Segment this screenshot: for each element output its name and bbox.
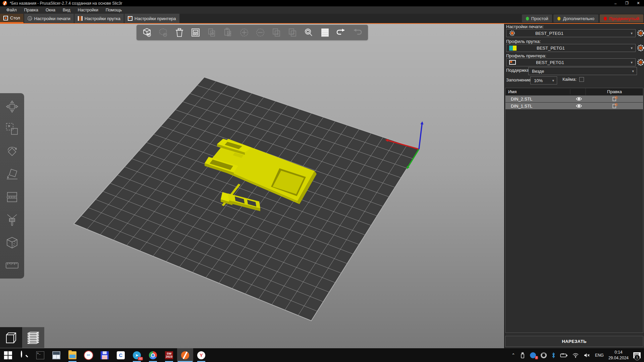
mode-advanced-button[interactable]: Дополнительно xyxy=(553,14,598,22)
eye-icon[interactable] xyxy=(576,97,582,101)
slice-button[interactable]: НАРЕЗАТЬ xyxy=(505,336,643,347)
tab-filament-settings[interactable]: Настройки прутка xyxy=(74,14,124,23)
menu-edit[interactable]: Правка xyxy=(20,6,42,14)
seam-painting-button[interactable] xyxy=(4,235,20,250)
split-objects-button[interactable]: O xyxy=(270,26,283,39)
notifications-button[interactable]: 1 xyxy=(633,352,641,358)
support-label: Поддержка: xyxy=(506,68,530,73)
menu-help[interactable]: Помощь xyxy=(102,6,125,14)
remove-instance-button[interactable] xyxy=(254,26,267,39)
viewport-3d[interactable]: O P xyxy=(0,24,504,348)
minimize-button[interactable]: – xyxy=(610,0,621,6)
filament-combo[interactable]: BEST_PETG1 ▾ xyxy=(506,44,636,52)
object-row[interactable]: DIN_2.STL xyxy=(505,96,643,102)
titlebar: *Без названия - PrusaSlicer-2.7.4 создан… xyxy=(0,0,644,6)
editor-view-button[interactable] xyxy=(0,327,22,348)
svg-text:P: P xyxy=(292,32,294,36)
support-combo[interactable]: Везде ▾ xyxy=(528,67,637,75)
taskbar-calculator-button[interactable] xyxy=(48,348,64,362)
object-row[interactable]: DIN_1.STL xyxy=(505,103,643,109)
wifi-icon[interactable] xyxy=(572,353,579,358)
tray-app-badge[interactable]: 2 xyxy=(530,352,536,358)
taskbar-compass-button[interactable]: C xyxy=(113,348,129,362)
tray-chevron-up[interactable]: ⌃ xyxy=(512,353,515,358)
add-instance-button[interactable] xyxy=(237,26,251,39)
taskbar-telegram-button[interactable]: ➤.52 xyxy=(129,348,145,362)
cmd-icon: >_ xyxy=(36,351,44,359)
brim-checkbox[interactable] xyxy=(579,77,584,82)
printer-profile-icon xyxy=(509,60,516,65)
notification-icon: 1 xyxy=(633,352,641,358)
printer-combo[interactable]: BEST_PETG1 ▾ xyxy=(506,58,636,66)
cut-button[interactable] xyxy=(4,189,20,205)
redo-button[interactable] xyxy=(351,26,364,39)
bluetooth-icon[interactable] xyxy=(551,352,555,358)
restore-button[interactable]: ❐ xyxy=(621,0,633,6)
infill-combo[interactable]: 10% ▾ xyxy=(530,76,557,84)
object-name[interactable]: DIN_1.STL xyxy=(505,104,571,109)
split-parts-button[interactable]: P xyxy=(286,26,299,39)
language-indicator[interactable]: ENG xyxy=(595,353,604,358)
place-on-face-button[interactable] xyxy=(4,167,20,182)
add-button[interactable] xyxy=(141,26,154,39)
tab-print-settings[interactable]: Настройки печати xyxy=(24,14,74,23)
edit-icon[interactable] xyxy=(612,103,618,109)
taskbar-cmd-button[interactable]: >_ xyxy=(32,348,48,362)
column-edit[interactable]: Правка xyxy=(586,89,643,94)
printer-gear-button[interactable] xyxy=(637,59,644,66)
mode-expert-button[interactable]: Продвинутый xyxy=(600,14,643,22)
eye-icon[interactable] xyxy=(576,104,582,108)
taskbar-chrome-button[interactable] xyxy=(145,348,161,362)
print-settings-combo[interactable]: BEST_PTEG1 ▾ xyxy=(506,29,636,37)
layer-height-button[interactable] xyxy=(318,26,332,39)
arrange-button[interactable] xyxy=(189,26,202,39)
object-name[interactable]: DIN_2.STL xyxy=(505,97,571,102)
taskbar-explorer-button[interactable] xyxy=(64,348,80,362)
tab-plater[interactable]: Стол xyxy=(0,14,23,23)
taskbar-screenshot-button[interactable]: ✂ xyxy=(80,348,97,362)
undo-button[interactable] xyxy=(334,26,348,39)
taskbar-prusaslicer-button[interactable] xyxy=(177,348,193,362)
object-list: Имя Правка DIN_2.STL DIN_1.STL xyxy=(505,88,643,333)
delete-all-button[interactable] xyxy=(173,26,186,39)
copy-button[interactable] xyxy=(205,26,219,39)
print-settings-label: Настройки печати: xyxy=(506,24,544,29)
column-name[interactable]: Имя xyxy=(505,89,571,94)
taskbar-floppy-button[interactable] xyxy=(97,348,113,362)
preview-view-button[interactable] xyxy=(22,327,44,348)
taskbar-solidworks-button[interactable]: SW2023 xyxy=(161,348,177,362)
volume-muted-icon[interactable] xyxy=(584,353,590,358)
mode-simple-button[interactable]: Простой xyxy=(522,14,552,22)
menu-windows[interactable]: Окна xyxy=(42,6,59,14)
search-button[interactable] xyxy=(302,26,315,39)
print-settings-gear-button[interactable] xyxy=(637,29,644,37)
close-button[interactable]: ✕ xyxy=(633,0,644,6)
rotate-button[interactable] xyxy=(4,144,20,160)
taskbar-yandex-button[interactable]: Y xyxy=(193,348,209,362)
start-button[interactable] xyxy=(0,348,16,362)
menu-settings[interactable]: Настройки xyxy=(74,6,102,14)
delete-button[interactable] xyxy=(157,26,170,39)
edit-icon[interactable] xyxy=(612,96,618,102)
scissors-icon: ✂ xyxy=(84,351,93,360)
menu-file[interactable]: Файл xyxy=(3,6,20,14)
usb-icon[interactable] xyxy=(520,352,525,359)
clock[interactable]: 0:14 29.04.2024 xyxy=(608,350,629,360)
move-button[interactable] xyxy=(4,99,20,114)
scale-button[interactable] xyxy=(4,121,20,137)
chevron-down-icon: ▾ xyxy=(631,31,633,36)
yellow-dot-icon xyxy=(557,17,560,20)
battery-icon[interactable] xyxy=(560,353,568,358)
column-visibility[interactable] xyxy=(571,88,586,95)
prusaslicer-logo-icon xyxy=(3,1,7,5)
redo-icon xyxy=(352,27,363,38)
tab-printer-settings[interactable]: Настройки принтера xyxy=(124,14,179,23)
filament-gear-button[interactable] xyxy=(637,44,644,52)
measure-button[interactable] xyxy=(4,257,20,273)
seam-cube-icon xyxy=(5,236,19,249)
menu-view[interactable]: Вид xyxy=(59,6,74,14)
taskbar-search-button[interactable] xyxy=(16,348,32,362)
paint-supports-button[interactable] xyxy=(4,212,20,228)
onedrive-icon[interactable] xyxy=(541,352,547,358)
paste-button[interactable] xyxy=(221,26,235,39)
